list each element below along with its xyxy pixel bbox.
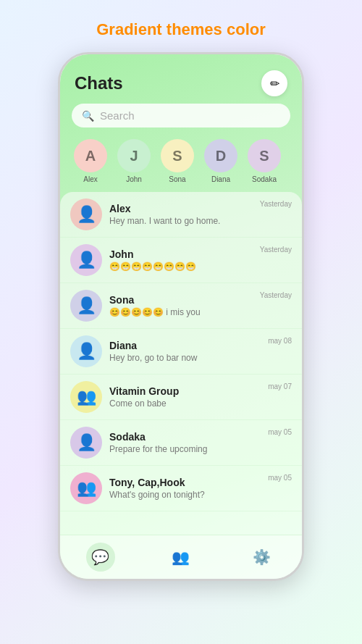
chat-preview: Hey man. I want to go home. bbox=[109, 216, 253, 226]
chat-info: SodakaPrepare for the upcoming bbox=[109, 431, 261, 454]
chat-avatar: 👤 bbox=[70, 335, 102, 367]
nav-chat[interactable]: 💬 bbox=[86, 543, 115, 572]
chat-avatar: 👥 bbox=[70, 472, 102, 504]
chat-item[interactable]: 👥Tony, Cap,HookWhat's going on tonight?m… bbox=[60, 466, 302, 511]
chat-preview: 😊😊😊😊😊 i mis you bbox=[109, 307, 253, 317]
story-avatar: A bbox=[74, 139, 107, 172]
page-title: Gradient themes color bbox=[96, 20, 266, 39]
chat-name: Alex bbox=[109, 203, 253, 214]
chat-time: may 08 bbox=[268, 337, 292, 345]
chat-item[interactable]: 👥Vitamin GroupCome on babemay 07 bbox=[60, 375, 302, 420]
story-row: AAlexJJohnSSonaDDianaSSodaka bbox=[60, 136, 302, 192]
chat-avatar: 👤 bbox=[70, 198, 102, 230]
chat-preview: Prepare for the upcoming bbox=[109, 444, 261, 454]
bottom-nav: 💬 👥 ⚙️ bbox=[60, 535, 302, 579]
story-item[interactable]: DDiana bbox=[202, 139, 240, 183]
chat-preview: Come on babe bbox=[109, 398, 261, 409]
story-avatar: S bbox=[161, 139, 194, 172]
chat-avatar: 👤 bbox=[70, 244, 102, 276]
edit-icon: ✏ bbox=[270, 77, 279, 91]
chat-preview: Hey bro, go to bar now bbox=[109, 353, 261, 363]
chat-info: Vitamin GroupCome on babe bbox=[109, 385, 261, 409]
chat-info: Tony, Cap,HookWhat's going on tonight? bbox=[109, 477, 261, 500]
story-avatar: D bbox=[204, 139, 237, 172]
chat-avatar: 👥 bbox=[70, 381, 102, 413]
chat-item[interactable]: 👤AlexHey man. I want to go home.Yasterda… bbox=[60, 192, 302, 238]
chat-info: John😁😁😁😁😁😁😁😁 bbox=[109, 248, 253, 272]
chat-item[interactable]: 👤DianaHey bro, go to bar nowmay 08 bbox=[60, 329, 302, 375]
chat-item[interactable]: 👤Sona😊😊😊😊😊 i mis youYasterday bbox=[60, 283, 302, 329]
chat-time: may 05 bbox=[268, 428, 292, 436]
chat-item[interactable]: 👤John😁😁😁😁😁😁😁😁Yasterday bbox=[60, 238, 302, 283]
chat-time: Yasterday bbox=[260, 246, 292, 254]
chat-name: Sodaka bbox=[109, 431, 261, 443]
story-item[interactable]: SSona bbox=[159, 139, 196, 183]
story-name: Sodaka bbox=[252, 175, 277, 183]
settings-nav-icon: ⚙️ bbox=[253, 548, 271, 566]
chat-nav-icon: 💬 bbox=[91, 548, 109, 566]
chats-title: Chats bbox=[75, 73, 123, 93]
story-name: Diana bbox=[211, 175, 230, 183]
chat-name: John bbox=[109, 248, 253, 260]
story-item[interactable]: AAlex bbox=[72, 139, 109, 183]
chat-preview: 😁😁😁😁😁😁😁😁 bbox=[109, 262, 253, 272]
phone-screen: Chats ✏ 🔍 Search AAlexJJohnSSonaDDianaSS… bbox=[60, 54, 302, 579]
story-name: Sona bbox=[169, 175, 185, 183]
search-placeholder: Search bbox=[100, 109, 135, 122]
search-bar[interactable]: 🔍 Search bbox=[72, 104, 290, 127]
chat-info: DianaHey bro, go to bar now bbox=[109, 340, 261, 363]
chat-info: Sona😊😊😊😊😊 i mis you bbox=[109, 294, 253, 317]
chat-time: Yasterday bbox=[260, 200, 292, 208]
story-name: John bbox=[126, 175, 142, 183]
chat-name: Sona bbox=[109, 294, 253, 306]
story-name: Alex bbox=[83, 175, 97, 183]
chat-name: Tony, Cap,Hook bbox=[109, 477, 261, 488]
story-avatar: S bbox=[248, 139, 281, 172]
chat-avatar: 👤 bbox=[70, 427, 102, 459]
search-icon: 🔍 bbox=[82, 110, 94, 122]
chat-list: 👤AlexHey man. I want to go home.Yasterda… bbox=[60, 192, 302, 535]
chat-name: Diana bbox=[109, 340, 261, 351]
chat-info: AlexHey man. I want to go home. bbox=[109, 203, 253, 226]
chat-time: may 07 bbox=[268, 382, 292, 390]
chat-item[interactable]: 👤SodakaPrepare for the upcomingmay 05 bbox=[60, 420, 302, 466]
chat-header: Chats ✏ bbox=[60, 54, 302, 104]
phone-frame: Chats ✏ 🔍 Search AAlexJJohnSSonaDDianaSS… bbox=[58, 52, 304, 581]
nav-contacts[interactable]: 👥 bbox=[167, 543, 195, 572]
chat-avatar: 👤 bbox=[70, 290, 102, 322]
nav-settings[interactable]: ⚙️ bbox=[247, 543, 276, 572]
chat-preview: What's going on tonight? bbox=[109, 490, 261, 500]
chat-time: Yasterday bbox=[260, 291, 292, 299]
contacts-nav-icon: 👥 bbox=[172, 548, 190, 566]
edit-button[interactable]: ✏ bbox=[261, 70, 287, 96]
story-item[interactable]: JJohn bbox=[115, 139, 153, 183]
story-item[interactable]: SSodaka bbox=[245, 139, 283, 183]
chat-name: Vitamin Group bbox=[109, 385, 261, 397]
story-avatar: J bbox=[117, 139, 151, 172]
chat-time: may 05 bbox=[268, 474, 292, 482]
